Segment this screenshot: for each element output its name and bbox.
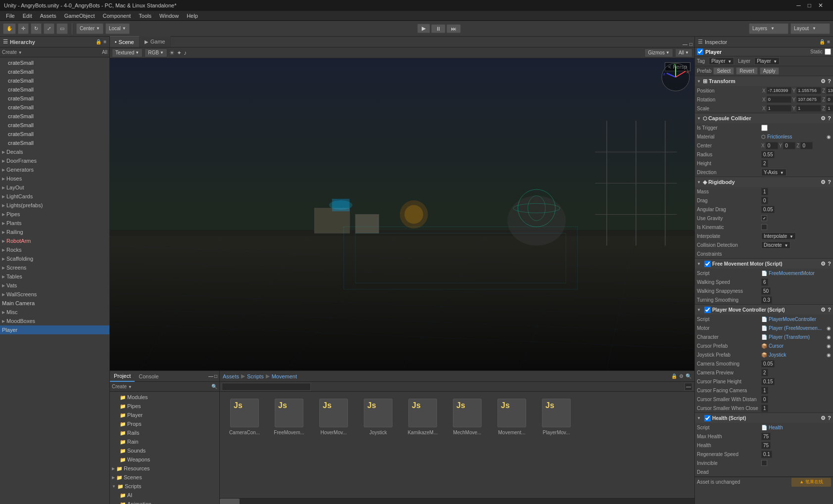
menu-item-window[interactable]: Window <box>155 12 183 20</box>
tab-project[interactable]: Project <box>110 371 135 382</box>
menu-item-file[interactable]: File <box>2 12 19 20</box>
motor-value[interactable]: Player (FreeMovemen... <box>769 325 822 331</box>
hierarchy-hoses[interactable]: ▶Hoses <box>0 174 109 183</box>
move-tool-btn[interactable]: ✛ <box>18 23 29 34</box>
rgb-btn[interactable]: RGB ▼ <box>145 48 167 57</box>
folder-rain[interactable]: 📁Rain <box>110 437 219 446</box>
scene-fx-icon[interactable]: ✦ <box>177 49 182 56</box>
scene-viewport[interactable]: < Persp x y z <box>110 58 694 370</box>
position-z[interactable] <box>826 87 833 94</box>
project-minimize[interactable]: — <box>208 373 213 379</box>
menu-item-help[interactable]: Help <box>183 12 202 20</box>
file-kamikazem[interactable]: Js KamikazeM... <box>403 397 442 438</box>
hierarchy-vats[interactable]: ▶Vats <box>0 281 109 290</box>
material-picker[interactable]: ◉ <box>827 134 831 139</box>
rect-tool-btn[interactable]: ▭ <box>56 23 68 34</box>
breadcrumb-movement[interactable]: Movement <box>272 373 297 379</box>
list-item[interactable]: crateSmall <box>0 94 109 103</box>
folder-scenes[interactable]: ▶📁Scenes <box>110 473 219 482</box>
position-y[interactable] <box>796 87 821 94</box>
hand-tool-btn[interactable]: ✋ <box>3 23 16 34</box>
pmc-script-value[interactable]: PlayerMoveController <box>769 317 816 322</box>
gizmos-btn[interactable]: Gizmos ▼ <box>644 48 673 57</box>
lock-icon[interactable]: 🔒 <box>671 373 677 379</box>
scale-tool-btn[interactable]: ⤢ <box>44 23 54 34</box>
rigidbody-help[interactable]: ? <box>828 179 831 185</box>
list-item[interactable]: crateSmall <box>0 76 109 85</box>
transform-help[interactable]: ? <box>828 78 831 84</box>
player-move-controller-header[interactable]: ▼ Player Move Controller (Script) ⚙ ? <box>695 305 833 315</box>
scene-audio-icon[interactable]: ♪ <box>184 49 187 56</box>
capsule-help[interactable]: ? <box>828 115 831 121</box>
file-playermov[interactable]: Js PlayerMov... <box>537 397 576 438</box>
is-kinematic-checkbox[interactable] <box>761 224 767 230</box>
character-picker[interactable]: ◉ <box>827 334 831 340</box>
rotate-tool-btn[interactable]: ↻ <box>31 23 42 34</box>
file-hovermov[interactable]: Js HoverMov... <box>314 397 353 438</box>
scale-z[interactable] <box>826 105 833 112</box>
joystick-prefab-picker[interactable]: ◉ <box>827 352 831 358</box>
cursor-prefab-picker[interactable]: ◉ <box>827 343 831 349</box>
rotation-y[interactable] <box>796 96 821 103</box>
interpolate-dropdown[interactable]: Interpolate ▼ <box>761 232 796 240</box>
list-item[interactable]: crateSmall <box>0 138 109 147</box>
hierarchy-pipes[interactable]: ▶Pipes <box>0 210 109 219</box>
menu-item-gameobject[interactable]: GameObject <box>60 12 99 20</box>
pivot-btn[interactable]: Center ▼ <box>76 23 103 34</box>
settings-icon[interactable]: ⚙ <box>679 373 684 379</box>
folder-player[interactable]: 📁Player <box>110 411 219 419</box>
folder-pipes[interactable]: 📁Pipes <box>110 402 219 411</box>
hierarchy-player[interactable]: Player <box>0 325 109 334</box>
list-item[interactable]: crateSmall <box>0 130 109 138</box>
menu-item-assets[interactable]: Assets <box>36 12 60 20</box>
folder-scripts[interactable]: ▼📁Scripts <box>110 482 219 491</box>
layers-dropdown[interactable]: Layers ▼ <box>749 23 788 34</box>
player-active-checkbox[interactable] <box>697 48 703 55</box>
invincible-checkbox[interactable] <box>761 460 767 466</box>
capsule-collider-header[interactable]: ▼ ⬡ Capsule Collider ⚙ ? <box>695 113 833 123</box>
hierarchy-lightcards[interactable]: ▶LightCards <box>0 192 109 201</box>
tab-game[interactable]: ▶ Game <box>140 36 171 47</box>
folder-props[interactable]: 📁Props <box>110 419 219 428</box>
position-x[interactable] <box>767 87 791 94</box>
static-checkbox[interactable] <box>825 48 831 55</box>
free-motor-help[interactable]: ? <box>828 261 831 267</box>
file-joystick[interactable]: Js Joystick <box>358 397 398 438</box>
folder-rails[interactable]: 📁Rails <box>110 428 219 437</box>
joystick-prefab-value[interactable]: Joystick <box>769 352 786 358</box>
list-item[interactable]: crateSmall <box>0 58 109 67</box>
project-create-btn[interactable]: Create ▼ <box>112 384 132 389</box>
step-btn[interactable]: ⏭ <box>446 24 461 33</box>
hierarchy-generators[interactable]: ▶Generators <box>0 165 109 174</box>
health-help[interactable]: ? <box>828 415 831 421</box>
collision-detection-dropdown[interactable]: Discrete ▼ <box>761 241 790 249</box>
file-freemovem[interactable]: Js FreeMovem... <box>269 397 309 438</box>
slider-control[interactable]: — <box>685 383 692 391</box>
material-value[interactable]: Frictionless <box>767 134 792 139</box>
scale-y[interactable] <box>796 105 821 112</box>
prefab-revert-btn[interactable]: Revert <box>736 67 757 75</box>
breadcrumb-scripts[interactable]: Scripts <box>247 373 264 379</box>
character-value[interactable]: Player (Transform) <box>769 334 810 340</box>
health-active[interactable] <box>704 415 711 421</box>
free-movement-motor-header[interactable]: ▼ Free Movement Motor (Script) ⚙ ? <box>695 259 833 269</box>
hierarchy-decals[interactable]: ▶Decals <box>0 147 109 156</box>
horizontal-scrollbar[interactable] <box>220 498 694 504</box>
hierarchy-scaffolding[interactable]: ▶Scaffolding <box>0 254 109 263</box>
folder-weapons[interactable]: 📁Weapons <box>110 455 219 464</box>
pmc-active[interactable] <box>704 307 711 313</box>
inspector-menu[interactable]: ≡ <box>827 39 830 45</box>
breadcrumb-assets[interactable]: Assets <box>223 373 239 379</box>
list-item[interactable]: crateSmall <box>0 67 109 76</box>
menu-item-edit[interactable]: Edit <box>19 12 36 20</box>
folder-ai[interactable]: 📁AI <box>110 491 219 500</box>
hierarchy-doorframes[interactable]: ▶DoorFrames <box>0 156 109 165</box>
use-gravity-checkbox[interactable]: ✓ <box>761 215 767 221</box>
list-item[interactable]: crateSmall <box>0 103 109 112</box>
project-maximize[interactable]: □ <box>214 373 217 379</box>
direction-dropdown[interactable]: Y-Axis ▼ <box>761 169 786 176</box>
health-script-value[interactable]: Health <box>769 425 783 430</box>
play-btn[interactable]: ▶ <box>417 24 430 33</box>
file-mechmove[interactable]: Js MechMove... <box>447 397 487 438</box>
is-trigger-checkbox[interactable] <box>761 125 768 131</box>
